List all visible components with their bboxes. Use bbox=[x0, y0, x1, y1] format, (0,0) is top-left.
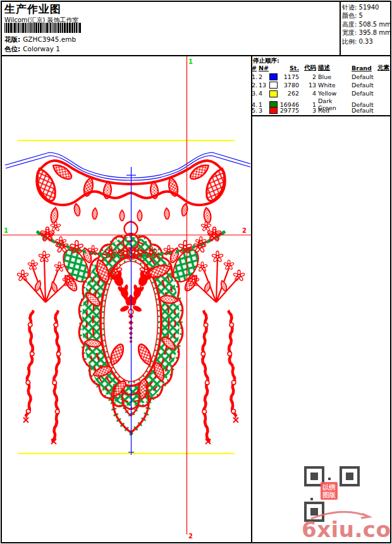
table-cell: 5. bbox=[252, 107, 259, 114]
barcode-bar bbox=[52, 23, 52, 33]
table-cell: 4 bbox=[259, 90, 269, 97]
page-title: 生产作业图 bbox=[4, 2, 61, 16]
stats-divider bbox=[340, 2, 341, 55]
barcode-bar bbox=[58, 23, 59, 33]
colorway-label: 色位: bbox=[4, 45, 20, 53]
table-bottom-rule bbox=[252, 115, 390, 116]
barcode-bar bbox=[18, 23, 19, 33]
pattern-file: 花版:GZHC3945.emb bbox=[4, 35, 76, 44]
table-cell: 13 bbox=[301, 82, 318, 89]
barcode-bar bbox=[6, 23, 7, 33]
barcode-bar bbox=[44, 23, 44, 33]
barcode-bar bbox=[71, 23, 73, 33]
color-table-row: 2.13378013WhiteDefault bbox=[252, 81, 390, 89]
stats-row: 比例: 0.33 bbox=[342, 37, 391, 46]
barcode-bar bbox=[29, 23, 30, 33]
barcode-bar bbox=[45, 23, 46, 33]
table-cell: 2 bbox=[301, 73, 318, 80]
column-header: 描述 bbox=[318, 64, 352, 72]
barcode-bar bbox=[13, 23, 13, 33]
table-cell: Default bbox=[352, 73, 377, 80]
header-rule bbox=[2, 55, 390, 56]
barcode-bar bbox=[78, 23, 78, 33]
barcode-bar bbox=[16, 23, 17, 33]
color-table-header: #N#St.代码描述Brand元素 bbox=[252, 64, 390, 72]
stats-row: 针迹: 51940 bbox=[342, 3, 391, 11]
table-cell: Default bbox=[352, 107, 377, 114]
pattern-value: GZHC3945.emb bbox=[23, 35, 76, 43]
barcode-bar bbox=[25, 23, 26, 33]
barcode-bar bbox=[32, 23, 33, 33]
barcode-bar bbox=[38, 23, 39, 33]
column-header: St. bbox=[279, 65, 301, 71]
barcode-bar bbox=[27, 23, 27, 33]
table-cell: Yellow bbox=[318, 90, 352, 97]
column-header: N# bbox=[259, 65, 269, 71]
barcode-bar bbox=[40, 23, 42, 33]
table-cell: Default bbox=[352, 82, 377, 89]
table-cell: 262 bbox=[279, 90, 301, 97]
table-cell: 1175 bbox=[279, 73, 301, 80]
swatch-color bbox=[269, 73, 278, 80]
table-cell: 4 bbox=[301, 90, 318, 97]
pattern-label: 花版: bbox=[4, 35, 20, 43]
barcode-bar bbox=[22, 23, 24, 33]
table-cell: 13 bbox=[259, 82, 269, 89]
colorway: 色位:Colorway 1 bbox=[4, 45, 60, 54]
barcode-bar bbox=[69, 23, 71, 33]
stats-row: 颜色: 5 bbox=[342, 11, 391, 20]
barcode-bar bbox=[60, 23, 61, 33]
barcode-bar bbox=[54, 23, 56, 33]
swatch-color bbox=[269, 107, 278, 114]
barcode-bar bbox=[14, 23, 16, 33]
table-cell: Blue bbox=[318, 73, 352, 80]
swatch-color bbox=[269, 90, 278, 97]
barcode-bar bbox=[28, 23, 28, 33]
barcode-bar bbox=[50, 23, 51, 33]
barcode-bar bbox=[62, 23, 63, 33]
barcode-bar bbox=[56, 23, 57, 33]
thread-swatch bbox=[269, 81, 279, 89]
barcode-bar bbox=[42, 23, 43, 33]
table-cell: 2 bbox=[259, 73, 269, 80]
barcode-bar bbox=[10, 23, 12, 33]
color-table-row: 1.211752BlueDefault bbox=[252, 73, 390, 81]
thread-swatch bbox=[269, 73, 279, 80]
color-table-row: 5.3297753RedDefault bbox=[252, 106, 390, 114]
barcode-bar bbox=[53, 23, 54, 33]
barcode-bar bbox=[74, 23, 75, 33]
barcode-bar bbox=[64, 23, 66, 33]
table-cell: 3. bbox=[252, 90, 259, 97]
thread-swatch bbox=[269, 90, 279, 97]
barcode-bar bbox=[4, 23, 5, 33]
stats-row: 宽度: 395.8 mm bbox=[342, 28, 391, 37]
barcode bbox=[4, 23, 83, 34]
barcode-bar bbox=[76, 23, 77, 33]
column-header: # bbox=[252, 65, 259, 71]
column-header: Brand bbox=[352, 65, 377, 71]
table-cell: 29775 bbox=[279, 107, 301, 114]
table-cell: 1. bbox=[252, 73, 259, 80]
table-cell: 3780 bbox=[279, 82, 301, 89]
stats-row: 高度: 508.5 mm bbox=[342, 20, 391, 28]
barcode-bar bbox=[66, 23, 68, 33]
barcode-bar bbox=[8, 23, 9, 33]
colorway-value: Colorway 1 bbox=[23, 45, 60, 53]
column-header: 元素 bbox=[377, 64, 390, 72]
barcode-bar bbox=[21, 23, 21, 33]
barcode-bar bbox=[20, 23, 20, 33]
column-header: 代码 bbox=[301, 64, 318, 72]
barcode-bar bbox=[79, 23, 81, 33]
color-table-row: 4.1169461Dark GreenDefault bbox=[252, 97, 390, 106]
barcode-bar bbox=[35, 23, 37, 33]
barcode-bar bbox=[49, 23, 49, 33]
table-cell: Default bbox=[352, 90, 377, 97]
table-cell: White bbox=[318, 82, 352, 89]
table-cell: 3 bbox=[301, 107, 318, 114]
color-table-row: 3.42624YellowDefault bbox=[252, 89, 390, 97]
swatch-color bbox=[269, 82, 278, 89]
table-cell: 2. bbox=[252, 82, 259, 89]
production-worksheet: 1 2 1 2 以绣 图版 6xiu.com 生产作业图 Wilcom(汇京) … bbox=[0, 0, 392, 544]
table-cell: Red bbox=[318, 107, 352, 114]
barcode-bar bbox=[30, 23, 32, 33]
